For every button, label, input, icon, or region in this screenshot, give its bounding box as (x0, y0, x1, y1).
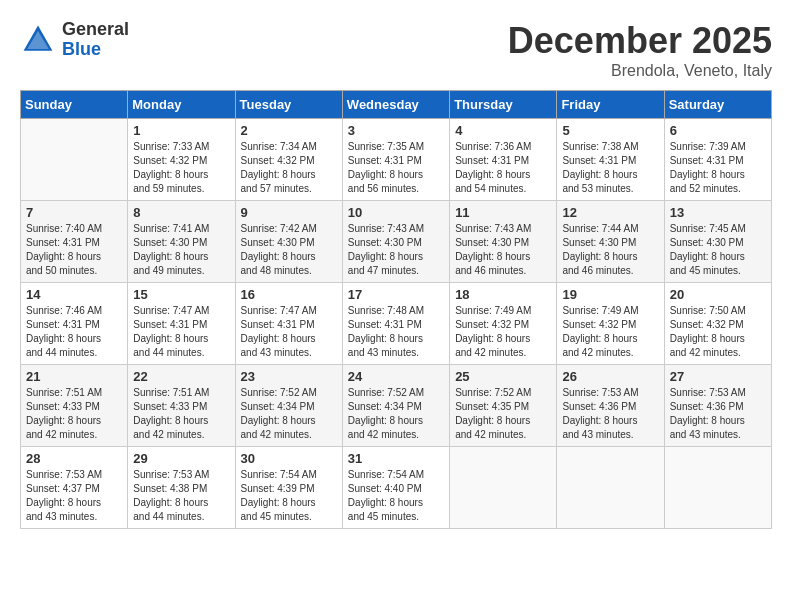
calendar-cell: 7Sunrise: 7:40 AM Sunset: 4:31 PM Daylig… (21, 201, 128, 283)
day-info: Sunrise: 7:54 AM Sunset: 4:40 PM Dayligh… (348, 468, 444, 524)
weekday-header-friday: Friday (557, 91, 664, 119)
day-number: 19 (562, 287, 658, 302)
calendar-cell: 24Sunrise: 7:52 AM Sunset: 4:34 PM Dayli… (342, 365, 449, 447)
calendar-cell: 27Sunrise: 7:53 AM Sunset: 4:36 PM Dayli… (664, 365, 771, 447)
calendar-cell: 3Sunrise: 7:35 AM Sunset: 4:31 PM Daylig… (342, 119, 449, 201)
day-number: 7 (26, 205, 122, 220)
day-number: 2 (241, 123, 337, 138)
calendar-cell (21, 119, 128, 201)
day-number: 12 (562, 205, 658, 220)
day-info: Sunrise: 7:46 AM Sunset: 4:31 PM Dayligh… (26, 304, 122, 360)
calendar-cell: 26Sunrise: 7:53 AM Sunset: 4:36 PM Dayli… (557, 365, 664, 447)
calendar-cell: 29Sunrise: 7:53 AM Sunset: 4:38 PM Dayli… (128, 447, 235, 529)
calendar-cell: 10Sunrise: 7:43 AM Sunset: 4:30 PM Dayli… (342, 201, 449, 283)
day-number: 31 (348, 451, 444, 466)
day-info: Sunrise: 7:53 AM Sunset: 4:36 PM Dayligh… (562, 386, 658, 442)
day-info: Sunrise: 7:54 AM Sunset: 4:39 PM Dayligh… (241, 468, 337, 524)
calendar-cell (557, 447, 664, 529)
calendar-cell: 20Sunrise: 7:50 AM Sunset: 4:32 PM Dayli… (664, 283, 771, 365)
calendar-cell: 21Sunrise: 7:51 AM Sunset: 4:33 PM Dayli… (21, 365, 128, 447)
day-number: 22 (133, 369, 229, 384)
calendar-week-row: 1Sunrise: 7:33 AM Sunset: 4:32 PM Daylig… (21, 119, 772, 201)
day-info: Sunrise: 7:44 AM Sunset: 4:30 PM Dayligh… (562, 222, 658, 278)
calendar-cell: 1Sunrise: 7:33 AM Sunset: 4:32 PM Daylig… (128, 119, 235, 201)
logo-text: General Blue (62, 20, 129, 60)
calendar-cell: 30Sunrise: 7:54 AM Sunset: 4:39 PM Dayli… (235, 447, 342, 529)
day-number: 20 (670, 287, 766, 302)
day-info: Sunrise: 7:49 AM Sunset: 4:32 PM Dayligh… (562, 304, 658, 360)
day-info: Sunrise: 7:52 AM Sunset: 4:34 PM Dayligh… (348, 386, 444, 442)
day-number: 9 (241, 205, 337, 220)
calendar-week-row: 7Sunrise: 7:40 AM Sunset: 4:31 PM Daylig… (21, 201, 772, 283)
logo-icon (20, 22, 56, 58)
calendar-cell: 2Sunrise: 7:34 AM Sunset: 4:32 PM Daylig… (235, 119, 342, 201)
calendar-cell (450, 447, 557, 529)
calendar-cell (664, 447, 771, 529)
day-number: 6 (670, 123, 766, 138)
day-number: 27 (670, 369, 766, 384)
day-info: Sunrise: 7:47 AM Sunset: 4:31 PM Dayligh… (133, 304, 229, 360)
day-info: Sunrise: 7:43 AM Sunset: 4:30 PM Dayligh… (348, 222, 444, 278)
day-number: 25 (455, 369, 551, 384)
calendar-cell: 4Sunrise: 7:36 AM Sunset: 4:31 PM Daylig… (450, 119, 557, 201)
calendar-cell: 11Sunrise: 7:43 AM Sunset: 4:30 PM Dayli… (450, 201, 557, 283)
calendar-cell: 28Sunrise: 7:53 AM Sunset: 4:37 PM Dayli… (21, 447, 128, 529)
day-number: 26 (562, 369, 658, 384)
calendar-week-row: 21Sunrise: 7:51 AM Sunset: 4:33 PM Dayli… (21, 365, 772, 447)
day-info: Sunrise: 7:34 AM Sunset: 4:32 PM Dayligh… (241, 140, 337, 196)
calendar-table: SundayMondayTuesdayWednesdayThursdayFrid… (20, 90, 772, 529)
title-block: December 2025 Brendola, Veneto, Italy (508, 20, 772, 80)
day-number: 1 (133, 123, 229, 138)
day-info: Sunrise: 7:38 AM Sunset: 4:31 PM Dayligh… (562, 140, 658, 196)
day-info: Sunrise: 7:39 AM Sunset: 4:31 PM Dayligh… (670, 140, 766, 196)
day-info: Sunrise: 7:53 AM Sunset: 4:38 PM Dayligh… (133, 468, 229, 524)
day-number: 11 (455, 205, 551, 220)
calendar-cell: 5Sunrise: 7:38 AM Sunset: 4:31 PM Daylig… (557, 119, 664, 201)
day-number: 23 (241, 369, 337, 384)
calendar-cell: 13Sunrise: 7:45 AM Sunset: 4:30 PM Dayli… (664, 201, 771, 283)
day-info: Sunrise: 7:45 AM Sunset: 4:30 PM Dayligh… (670, 222, 766, 278)
weekday-header-monday: Monday (128, 91, 235, 119)
day-info: Sunrise: 7:53 AM Sunset: 4:37 PM Dayligh… (26, 468, 122, 524)
calendar-cell: 15Sunrise: 7:47 AM Sunset: 4:31 PM Dayli… (128, 283, 235, 365)
day-info: Sunrise: 7:36 AM Sunset: 4:31 PM Dayligh… (455, 140, 551, 196)
page-header: General Blue December 2025 Brendola, Ven… (20, 20, 772, 80)
location: Brendola, Veneto, Italy (508, 62, 772, 80)
calendar-cell: 16Sunrise: 7:47 AM Sunset: 4:31 PM Dayli… (235, 283, 342, 365)
day-number: 17 (348, 287, 444, 302)
day-info: Sunrise: 7:48 AM Sunset: 4:31 PM Dayligh… (348, 304, 444, 360)
weekday-header-sunday: Sunday (21, 91, 128, 119)
day-number: 24 (348, 369, 444, 384)
day-number: 14 (26, 287, 122, 302)
day-info: Sunrise: 7:47 AM Sunset: 4:31 PM Dayligh… (241, 304, 337, 360)
day-info: Sunrise: 7:41 AM Sunset: 4:30 PM Dayligh… (133, 222, 229, 278)
day-info: Sunrise: 7:49 AM Sunset: 4:32 PM Dayligh… (455, 304, 551, 360)
day-number: 16 (241, 287, 337, 302)
day-info: Sunrise: 7:33 AM Sunset: 4:32 PM Dayligh… (133, 140, 229, 196)
calendar-cell: 14Sunrise: 7:46 AM Sunset: 4:31 PM Dayli… (21, 283, 128, 365)
day-number: 18 (455, 287, 551, 302)
day-number: 21 (26, 369, 122, 384)
weekday-header-row: SundayMondayTuesdayWednesdayThursdayFrid… (21, 91, 772, 119)
day-info: Sunrise: 7:51 AM Sunset: 4:33 PM Dayligh… (133, 386, 229, 442)
calendar-cell: 9Sunrise: 7:42 AM Sunset: 4:30 PM Daylig… (235, 201, 342, 283)
calendar-cell: 12Sunrise: 7:44 AM Sunset: 4:30 PM Dayli… (557, 201, 664, 283)
day-info: Sunrise: 7:50 AM Sunset: 4:32 PM Dayligh… (670, 304, 766, 360)
day-info: Sunrise: 7:52 AM Sunset: 4:34 PM Dayligh… (241, 386, 337, 442)
day-info: Sunrise: 7:40 AM Sunset: 4:31 PM Dayligh… (26, 222, 122, 278)
day-number: 13 (670, 205, 766, 220)
day-number: 8 (133, 205, 229, 220)
month-title: December 2025 (508, 20, 772, 62)
calendar-week-row: 28Sunrise: 7:53 AM Sunset: 4:37 PM Dayli… (21, 447, 772, 529)
calendar-cell: 23Sunrise: 7:52 AM Sunset: 4:34 PM Dayli… (235, 365, 342, 447)
calendar-cell: 19Sunrise: 7:49 AM Sunset: 4:32 PM Dayli… (557, 283, 664, 365)
weekday-header-saturday: Saturday (664, 91, 771, 119)
day-number: 5 (562, 123, 658, 138)
calendar-cell: 17Sunrise: 7:48 AM Sunset: 4:31 PM Dayli… (342, 283, 449, 365)
calendar-cell: 18Sunrise: 7:49 AM Sunset: 4:32 PM Dayli… (450, 283, 557, 365)
weekday-header-wednesday: Wednesday (342, 91, 449, 119)
weekday-header-tuesday: Tuesday (235, 91, 342, 119)
day-number: 4 (455, 123, 551, 138)
calendar-cell: 25Sunrise: 7:52 AM Sunset: 4:35 PM Dayli… (450, 365, 557, 447)
day-info: Sunrise: 7:42 AM Sunset: 4:30 PM Dayligh… (241, 222, 337, 278)
